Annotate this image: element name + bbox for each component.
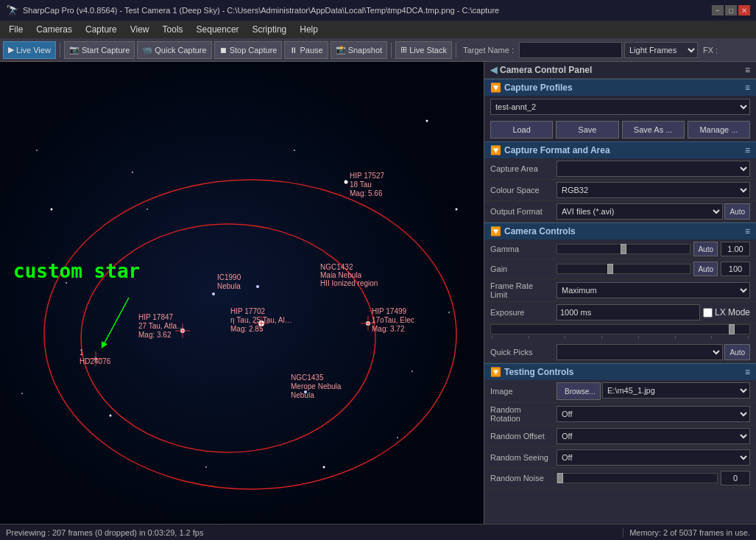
stop-icon: ⏹: [219, 46, 227, 55]
colour-space-select[interactable]: RGB32: [557, 182, 750, 198]
random-noise-control: 0: [557, 471, 750, 485]
svg-point-12: [426, 120, 428, 122]
menu-help[interactable]: Help: [294, 21, 324, 38]
profile-select[interactable]: test-annt_2: [490, 99, 750, 115]
random-rotation-label: RandomRotation: [490, 405, 557, 423]
testing-controls-header[interactable]: 🔽 Testing Controls ≡: [484, 363, 756, 380]
exposure-tick-marks: [490, 336, 750, 339]
panel-menu-icon[interactable]: ≡: [745, 65, 750, 75]
section-menu-icon-2[interactable]: ≡: [745, 145, 750, 155]
window-controls: − □ ✕: [712, 5, 750, 15]
menu-sequencer[interactable]: Sequencer: [191, 21, 245, 38]
svg-text:18 Tau: 18 Tau: [350, 180, 372, 189]
random-seeing-select[interactable]: Off: [557, 449, 750, 466]
quick-picks-select[interactable]: [557, 344, 723, 360]
quick-capture-button[interactable]: 📹 Quick Capture: [137, 41, 211, 59]
svg-point-3: [345, 180, 348, 184]
gain-label: Gain: [490, 264, 557, 273]
quick-capture-icon: 📹: [142, 45, 152, 55]
snapshot-button[interactable]: 📸 Snapshot: [331, 41, 387, 59]
target-name-input[interactable]: [519, 42, 622, 58]
start-capture-button[interactable]: 📷 Start Capture: [64, 41, 135, 59]
gamma-slider-thumb[interactable]: [621, 244, 626, 254]
output-format-label: Output Format: [490, 207, 557, 216]
menu-view[interactable]: View: [124, 21, 155, 38]
maximize-button[interactable]: □: [725, 5, 737, 15]
menu-capture[interactable]: Capture: [80, 21, 123, 38]
capture-format-header[interactable]: 🔽 Capture Format and Area ≡: [484, 141, 756, 158]
frames-type-select[interactable]: Light Frames Dark Frames Flat Frames Bia…: [624, 42, 698, 58]
section-menu-icon-3[interactable]: ≡: [745, 226, 750, 236]
profile-buttons-row: Load Save Save As ... Manage ...: [484, 118, 756, 141]
load-profile-button[interactable]: Load: [490, 121, 553, 138]
menu-scripting[interactable]: Scripting: [247, 21, 293, 38]
image-file-select[interactable]: E:\m45_1.jpg: [602, 382, 750, 399]
random-noise-slider-track: [557, 473, 718, 483]
gain-slider-thumb[interactable]: [607, 264, 613, 274]
menu-file[interactable]: File: [3, 21, 29, 38]
titlebar: 🔭 SharpCap Pro (v4.0.8564) - Test Camera…: [0, 0, 756, 21]
close-button[interactable]: ✕: [738, 5, 750, 15]
output-format-auto-button[interactable]: Auto: [724, 203, 750, 220]
svg-text:HII Ionized region: HII Ionized region: [320, 279, 378, 287]
frame-rate-row: Frame RateLimit Maximum: [484, 279, 756, 302]
collapse-arrow-testing: 🔽: [490, 367, 501, 377]
svg-point-22: [132, 172, 133, 173]
svg-point-25: [448, 312, 450, 313]
gain-slider-track: [557, 264, 690, 274]
random-offset-select[interactable]: Off: [557, 428, 750, 444]
svg-point-18: [456, 208, 458, 211]
output-format-select[interactable]: AVI files (*.avi): [557, 203, 723, 220]
camera-icon: 📷: [69, 45, 80, 55]
colour-space-row: Colour Space RGB32: [484, 180, 756, 201]
live-view-button[interactable]: ▶ Live View: [3, 41, 56, 59]
manage-profiles-button[interactable]: Manage ...: [688, 121, 750, 138]
svg-text:IC1990: IC1990: [217, 273, 241, 281]
browse-button[interactable]: Browse...: [557, 382, 601, 400]
svg-rect-0: [0, 62, 484, 524]
frame-rate-label: Frame RateLimit: [490, 281, 557, 299]
minimize-button[interactable]: −: [712, 5, 724, 15]
random-noise-slider-thumb[interactable]: [557, 473, 563, 483]
svg-point-5: [212, 292, 215, 295]
menu-tools[interactable]: Tools: [157, 21, 189, 38]
live-stack-button[interactable]: ⊞ Live Stack: [395, 41, 452, 59]
menu-cameras[interactable]: Cameras: [30, 21, 78, 38]
gain-auto-button[interactable]: Auto: [693, 262, 718, 276]
pause-icon: ⏸: [289, 46, 297, 55]
section-menu-icon[interactable]: ≡: [745, 83, 750, 93]
toolbar: ▶ Live View 📷 Start Capture 📹 Quick Capt…: [0, 38, 756, 62]
gamma-control: Auto 1.00: [557, 242, 750, 256]
exposure-label: Exposure: [490, 308, 557, 317]
gamma-auto-button[interactable]: Auto: [693, 242, 718, 256]
exposure-row: Exposure LX Mode: [484, 302, 756, 323]
svg-text:NGC1432: NGC1432: [320, 263, 353, 271]
random-rotation-select[interactable]: Off: [557, 406, 750, 422]
output-format-row: Output Format AVI files (*.avi) Auto: [484, 201, 756, 222]
menubar: File Cameras Capture View Tools Sequence…: [0, 21, 756, 38]
camera-controls-header[interactable]: 🔽 Camera Controls ≡: [484, 222, 756, 239]
snapshot-icon: 📸: [336, 45, 346, 55]
save-profile-button[interactable]: Save: [556, 121, 618, 138]
capture-area-select[interactable]: [557, 161, 750, 177]
svg-text:Mag: 5.66: Mag: 5.66: [350, 189, 383, 197]
stop-capture-button[interactable]: ⏹ Stop Capture: [214, 41, 283, 59]
svg-point-15: [110, 415, 112, 417]
quick-picks-auto-button[interactable]: Auto: [724, 344, 750, 360]
status-right: Memory: 2 of 5037 frames in use.: [623, 528, 756, 537]
capture-profiles-header[interactable]: 🔽 Capture Profiles ≡: [484, 79, 756, 96]
lx-mode-checkbox[interactable]: [703, 308, 713, 318]
panel-title: Camera Control Panel: [500, 65, 592, 75]
svg-text:27 Tau, Atla…: 27 Tau, Atla…: [138, 322, 184, 330]
camera-controls-content: Gamma Auto 1.00 Gain: [484, 239, 756, 363]
svg-point-14: [294, 150, 295, 151]
pause-button[interactable]: ⏸ Pause: [284, 41, 328, 59]
exposure-slider-thumb[interactable]: [729, 324, 735, 334]
collapse-arrow-camera: 🔽: [490, 226, 501, 236]
exposure-input[interactable]: [557, 304, 700, 320]
gain-value: 100: [721, 262, 750, 276]
frame-rate-select[interactable]: Maximum: [557, 282, 750, 298]
save-as-profile-button[interactable]: Save As ...: [622, 121, 685, 138]
random-noise-label: Random Noise: [490, 474, 557, 483]
section-menu-icon-4[interactable]: ≡: [745, 367, 750, 377]
